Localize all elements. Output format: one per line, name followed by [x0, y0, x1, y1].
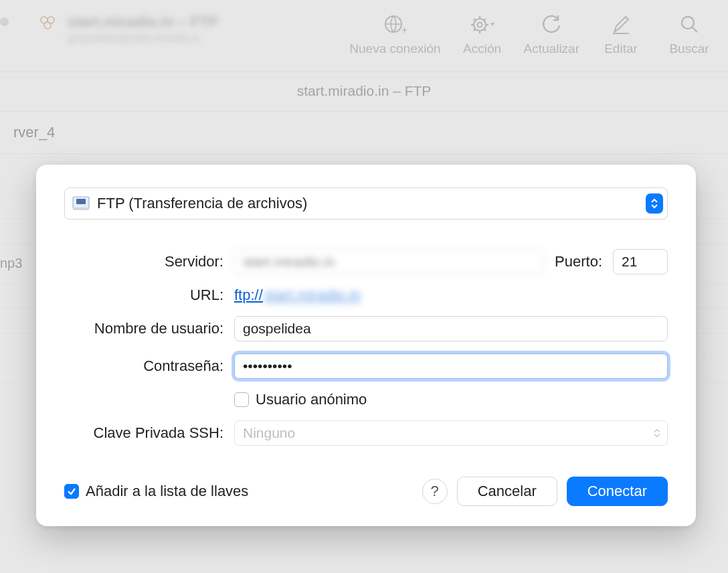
- username-input[interactable]: [234, 316, 668, 341]
- url-label: URL:: [64, 286, 234, 304]
- svg-rect-19: [76, 199, 86, 204]
- username-label: Nombre de usuario:: [64, 320, 234, 337]
- password-input[interactable]: [234, 353, 668, 379]
- anonymous-checkbox[interactable]: [234, 392, 249, 407]
- server-input[interactable]: [234, 249, 544, 274]
- port-input[interactable]: [613, 249, 668, 274]
- protocol-label: FTP (Transferencia de archivos): [97, 195, 307, 212]
- sshkey-select: Ninguno: [234, 420, 668, 446]
- connect-label: Conectar: [587, 483, 647, 500]
- sshkey-label: Clave Privada SSH:: [64, 424, 234, 442]
- connect-button[interactable]: Conectar: [567, 477, 668, 506]
- keychain-checkbox[interactable]: [64, 484, 79, 499]
- updown-icon: [646, 193, 663, 214]
- url-host: start.miradio.in: [264, 286, 361, 303]
- cancel-label: Cancelar: [478, 483, 537, 500]
- protocol-select[interactable]: FTP (Transferencia de archivos): [64, 187, 668, 220]
- connection-dialog: FTP (Transferencia de archivos) Servidor…: [36, 165, 696, 526]
- help-button[interactable]: ?: [422, 479, 448, 504]
- port-label: Puerto:: [555, 253, 602, 270]
- svg-rect-20: [73, 208, 89, 210]
- cancel-button[interactable]: Cancelar: [457, 477, 557, 506]
- url-link[interactable]: ftp://start.miradio.in: [234, 286, 361, 303]
- sshkey-value: Ninguno: [243, 425, 295, 441]
- anonymous-label: Usuario anónimo: [256, 391, 367, 408]
- help-icon: ?: [431, 483, 439, 500]
- url-prefix: ftp://: [234, 286, 264, 303]
- server-label: Servidor:: [64, 253, 234, 270]
- keychain-label: Añadir a la lista de llaves: [86, 483, 248, 500]
- updown-icon: [654, 429, 660, 438]
- password-label: Contraseña:: [64, 357, 234, 375]
- disk-icon: [72, 195, 90, 212]
